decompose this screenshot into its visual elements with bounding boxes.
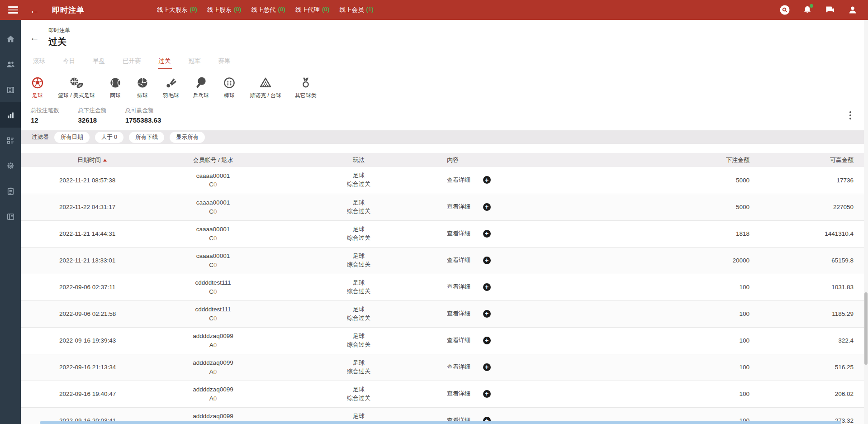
cell-account: cddddtest111 C0 <box>152 300 274 327</box>
filter-chip[interactable]: 所有下线 <box>129 132 164 143</box>
view-detail-link[interactable]: 查看详细 <box>447 283 470 290</box>
view-detail-link[interactable]: 查看详细 <box>447 176 470 183</box>
sport-item[interactable]: 足球 <box>31 75 44 100</box>
sidebar-item[interactable] <box>0 26 21 52</box>
nav-link-count: (0) <box>278 6 286 14</box>
sport-item[interactable]: 网球 <box>109 75 122 100</box>
cell-play: 足球 综合过关 <box>274 194 443 220</box>
tab[interactable]: 冠军 <box>188 57 202 69</box>
sport-label: 乒乓球 <box>193 92 209 100</box>
cell-win-amount: 516.25 <box>753 354 868 381</box>
expand-plus-icon[interactable]: + <box>483 203 491 211</box>
main-content: ← 即时注单 过关 滚球今日早盘已开赛过关冠军赛果 足球 篮球 / 美式足球 网… <box>21 20 868 424</box>
tab[interactable]: 赛果 <box>218 57 232 69</box>
cell-bet-amount: 100 <box>624 327 753 354</box>
topbar-nav-link[interactable]: 线上代理 (0) <box>295 6 330 14</box>
tab[interactable]: 过关 <box>158 57 172 69</box>
play-type: 综合过关 <box>274 234 443 243</box>
expand-plus-icon[interactable]: + <box>483 337 491 344</box>
stat-label: 总下注金额 <box>78 107 107 114</box>
sidebar-item[interactable] <box>0 204 21 229</box>
topbar-nav-link[interactable]: 线上大股东 (0) <box>157 6 197 14</box>
col-header-account: 会员帐号 / 退水 <box>152 153 274 167</box>
back-arrow-icon[interactable]: ← <box>30 33 39 48</box>
expand-plus-icon[interactable]: + <box>483 283 491 291</box>
view-detail-link[interactable]: 查看详细 <box>447 230 470 237</box>
sidebar-icon <box>5 110 16 120</box>
sidebar-item[interactable] <box>0 77 21 102</box>
sport-item[interactable]: 棒球 <box>223 75 236 100</box>
cell-account: addddzaq0099 A0 <box>152 327 274 354</box>
tab[interactable]: 已开赛 <box>122 57 142 69</box>
expand-plus-icon[interactable]: + <box>483 230 491 238</box>
sidebar-item[interactable] <box>0 52 21 77</box>
stat-label: 总可赢金额 <box>125 107 161 114</box>
view-detail-link[interactable]: 查看详细 <box>447 310 470 317</box>
filter-chip[interactable]: 所有日期 <box>54 132 90 143</box>
sport-item[interactable]: 其它球类 <box>295 75 317 100</box>
sidebar-icon <box>5 186 16 196</box>
account-icon[interactable] <box>847 5 858 15</box>
nav-link-count: (0) <box>234 6 242 14</box>
cell-play: 足球 综合过关 <box>274 354 443 381</box>
cell-bet-amount: 100 <box>624 274 753 300</box>
cell-date: 2022-09-06 02:21:58 <box>21 300 152 327</box>
view-detail-link[interactable]: 查看详细 <box>447 203 470 210</box>
cell-account: caaaa00001 C0 <box>152 167 274 194</box>
sidebar-icon <box>5 161 16 171</box>
sport-label: 篮球 / 美式足球 <box>58 92 95 100</box>
sidebar-item[interactable] <box>0 178 21 204</box>
cell-bet-amount: 5000 <box>624 194 753 220</box>
filter-bar: 过滤器 所有日期大于 0所有下线显示所有 <box>21 130 868 144</box>
horizontal-scrollbar-thumb[interactable] <box>40 421 841 424</box>
filter-chip[interactable]: 显示所有 <box>170 132 205 143</box>
chat-icon[interactable] <box>825 5 835 15</box>
view-detail-link[interactable]: 查看详细 <box>447 257 470 263</box>
tab[interactable]: 早盘 <box>92 57 106 69</box>
sport-label: 棒球 <box>223 92 236 100</box>
hamburger-menu-icon[interactable] <box>8 6 18 14</box>
sport-icon <box>223 75 236 90</box>
topbar-nav-link[interactable]: 线上总代 (0) <box>251 6 286 14</box>
sport-item[interactable]: 排球 <box>136 75 149 100</box>
topbar-back-icon[interactable]: ← <box>30 5 39 15</box>
cell-bet-amount: 100 <box>624 354 753 381</box>
nav-link-count: (0) <box>322 6 330 14</box>
expand-plus-icon[interactable]: + <box>483 176 491 184</box>
cell-win-amount: 1031.83 <box>753 274 868 300</box>
sidebar-item[interactable] <box>0 153 21 178</box>
tab[interactable]: 滚球 <box>32 57 46 69</box>
cell-date: 2022-09-06 02:37:11 <box>21 274 152 300</box>
cell-content: 查看详细 + <box>443 300 624 327</box>
play-sport: 足球 <box>274 359 443 367</box>
cell-play: 足球 综合过关 <box>274 220 443 247</box>
topbar-nav-link[interactable]: 线上股东 (0) <box>207 6 242 14</box>
tab[interactable]: 今日 <box>62 57 76 69</box>
sport-label: 排球 <box>136 92 149 100</box>
view-detail-link[interactable]: 查看详细 <box>447 363 470 370</box>
sidebar-item[interactable] <box>0 102 21 128</box>
vertical-scrollbar-thumb[interactable] <box>864 292 868 365</box>
sport-item[interactable]: 乒乓球 <box>193 75 209 100</box>
sport-item[interactable]: 斯诺克 / 台球 <box>250 75 281 100</box>
search-icon[interactable] <box>779 5 790 15</box>
expand-plus-icon[interactable]: + <box>483 310 491 318</box>
topbar-nav-link[interactable]: 线上会员 (1) <box>340 6 374 14</box>
expand-plus-icon[interactable]: + <box>483 363 491 371</box>
cell-content: 查看详细 + <box>443 194 624 220</box>
sport-item[interactable]: 羽毛球 <box>163 75 179 100</box>
expand-plus-icon[interactable]: + <box>483 257 491 264</box>
view-detail-link[interactable]: 查看详细 <box>447 390 470 397</box>
sidebar-item[interactable] <box>0 128 21 153</box>
play-sport: 足球 <box>274 386 443 394</box>
play-type: 综合过关 <box>274 394 443 403</box>
filter-chip[interactable]: 大于 0 <box>95 132 123 143</box>
sport-item[interactable]: 篮球 / 美式足球 <box>58 75 95 100</box>
notifications-bell-icon[interactable] <box>802 5 813 15</box>
member-account: addddzaq0099 <box>152 412 274 421</box>
expand-plus-icon[interactable]: + <box>483 390 491 398</box>
cell-content: 查看详细 + <box>443 247 624 274</box>
kebab-menu-icon[interactable] <box>846 110 854 120</box>
view-detail-link[interactable]: 查看详细 <box>447 337 470 343</box>
col-header-date[interactable]: 日期时间 <box>21 153 152 167</box>
